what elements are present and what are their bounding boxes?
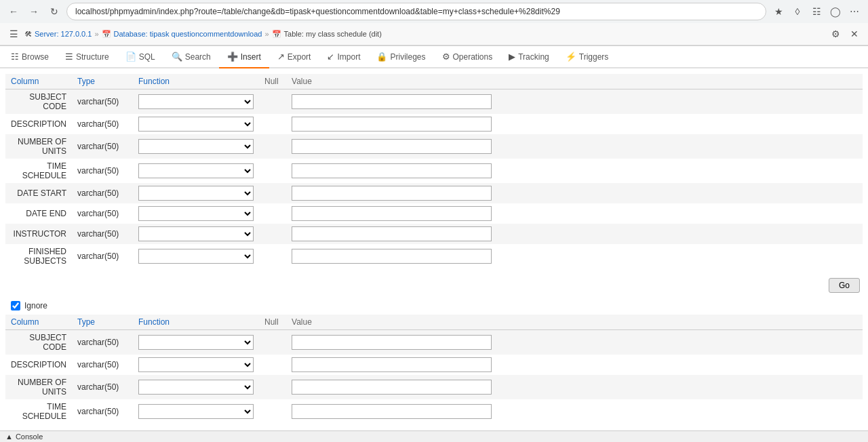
tab-import[interactable]: ↙ Import: [319, 46, 368, 68]
function-select-subject-code[interactable]: AES_DECRYPTAES_ENCRYPTBIN_TO_UUIDCHARCOM…: [138, 94, 254, 109]
function-header-link[interactable]: Function: [138, 77, 170, 86]
type-header-link[interactable]: Type: [77, 77, 95, 86]
field-value-subject-code[interactable]: [286, 89, 863, 115]
value-input-description[interactable]: [292, 117, 492, 132]
browser-toolbar: ← → ↻ ★ ◊ ☷ ◯ ⋯: [0, 0, 868, 23]
function-select-description-2[interactable]: AES_DECRYPTAES_ENCRYPTBIN_TO_UUIDCHARCOM…: [138, 357, 254, 372]
col-header-value-2: Value: [286, 315, 863, 330]
tab-export[interactable]: ↗ Export: [269, 46, 319, 68]
field-value-description-2[interactable]: [286, 355, 863, 375]
tab-tracking[interactable]: ▶ Tracking: [500, 46, 557, 68]
function-select-date-end[interactable]: AES_DECRYPTAES_ENCRYPTBIN_TO_UUIDCHARCOM…: [138, 206, 254, 221]
sidebar-toggle-icon[interactable]: ☰: [5, 26, 22, 42]
value-input-subject-code[interactable]: [292, 94, 492, 109]
tab-triggers[interactable]: ⚡ Triggers: [557, 46, 617, 68]
function-header-link-2[interactable]: Function: [138, 317, 170, 327]
col-header-function: Function: [133, 74, 259, 89]
menu-icon[interactable]: ⋯: [846, 3, 863, 20]
function-select-date-start[interactable]: AES_DECRYPTAES_ENCRYPTBIN_TO_UUIDCHARCOM…: [138, 186, 254, 201]
browse-icon: ☷: [11, 52, 19, 62]
field-value-number-of-units-2[interactable]: [286, 375, 863, 399]
column-header-link-2[interactable]: Column: [11, 317, 39, 327]
field-function-number-of-units-2[interactable]: AES_DECRYPTAES_ENCRYPTBIN_TO_UUIDCHARCOM…: [133, 375, 259, 399]
field-value-time-schedule[interactable]: [286, 159, 863, 183]
go-button-1[interactable]: Go: [829, 278, 860, 293]
col-header-null: Null: [259, 74, 286, 89]
field-function-subject-code[interactable]: AES_DECRYPTAES_ENCRYPTBIN_TO_UUIDCHARCOM…: [133, 89, 259, 115]
value-input-number-of-units[interactable]: [292, 139, 492, 154]
settings-icon[interactable]: ⚙: [827, 26, 844, 42]
go-row-1: Go: [5, 274, 863, 297]
field-function-description-2[interactable]: AES_DECRYPTAES_ENCRYPTBIN_TO_UUIDCHARCOM…: [133, 355, 259, 375]
field-function-date-end[interactable]: AES_DECRYPTAES_ENCRYPTBIN_TO_UUIDCHARCOM…: [133, 203, 259, 224]
bookmark-star-icon[interactable]: ★: [770, 3, 787, 20]
structure-icon: ☰: [65, 52, 73, 62]
field-type-time-schedule: varchar(50): [72, 159, 133, 183]
value-input-date-end[interactable]: [292, 206, 492, 221]
profile-icon[interactable]: ◯: [827, 3, 844, 20]
value-input-subject-code-2[interactable]: [292, 335, 492, 350]
value-input-time-schedule-2[interactable]: [292, 404, 492, 419]
field-function-time-schedule[interactable]: AES_DECRYPTAES_ENCRYPTBIN_TO_UUIDCHARCOM…: [133, 159, 259, 183]
function-select-number-of-units-2[interactable]: AES_DECRYPTAES_ENCRYPTBIN_TO_UUIDCHARCOM…: [138, 380, 254, 395]
field-name-number-of-units: NUMBER OF UNITS: [5, 134, 72, 159]
tab-privileges[interactable]: 🔒 Privileges: [368, 46, 433, 68]
function-select-time-schedule-2[interactable]: AES_DECRYPTAES_ENCRYPTBIN_TO_UUIDCHARCOM…: [138, 404, 254, 419]
value-input-description-2[interactable]: [292, 357, 492, 372]
function-select-finished-subjects[interactable]: AES_DECRYPTAES_ENCRYPTBIN_TO_UUIDCHARCOM…: [138, 249, 254, 264]
breadcrumb-server: 🛠 Server: 127.0.0.1: [24, 30, 92, 38]
tab-insert[interactable]: ➕ Insert: [219, 46, 269, 68]
field-function-time-schedule-2[interactable]: AES_DECRYPTAES_ENCRYPTBIN_TO_UUIDCHARCOM…: [133, 399, 259, 424]
function-select-number-of-units[interactable]: AES_DECRYPTAES_ENCRYPTBIN_TO_UUIDCHARCOM…: [138, 139, 254, 154]
function-select-subject-code-2[interactable]: AES_DECRYPTAES_ENCRYPTBIN_TO_UUIDCHARCOM…: [138, 335, 254, 350]
field-value-date-start[interactable]: [286, 183, 863, 203]
field-function-subject-code-2[interactable]: AES_DECRYPTAES_ENCRYPTBIN_TO_UUIDCHARCOM…: [133, 330, 259, 355]
function-select-instructor[interactable]: AES_DECRYPTAES_ENCRYPTBIN_TO_UUIDCHARCOM…: [138, 226, 254, 241]
field-function-instructor[interactable]: AES_DECRYPTAES_ENCRYPTBIN_TO_UUIDCHARCOM…: [133, 224, 259, 244]
extensions-icon[interactable]: ☷: [808, 3, 825, 20]
tab-search[interactable]: 🔍 Search: [163, 46, 219, 68]
field-function-description[interactable]: AES_DECRYPTAES_ENCRYPTBIN_TO_UUIDCHARCOM…: [133, 114, 259, 134]
tab-search-label: Search: [185, 52, 211, 62]
field-function-date-start[interactable]: AES_DECRYPTAES_ENCRYPTBIN_TO_UUIDCHARCOM…: [133, 183, 259, 203]
null-header-label: Null: [264, 77, 279, 86]
table-row: TIME SCHEDULEvarchar(50)AES_DECRYPTAES_E…: [5, 159, 863, 183]
field-type-finished-subjects: varchar(50): [72, 244, 133, 268]
console-toggle[interactable]: ▲ Console: [5, 433, 43, 435]
server-link[interactable]: Server: 127.0.0.1: [35, 30, 92, 38]
function-select-time-schedule[interactable]: AES_DECRYPTAES_ENCRYPTBIN_TO_UUIDCHARCOM…: [138, 163, 254, 178]
value-input-time-schedule[interactable]: [292, 163, 492, 178]
field-function-finished-subjects[interactable]: AES_DECRYPTAES_ENCRYPTBIN_TO_UUIDCHARCOM…: [133, 244, 259, 268]
field-value-date-end[interactable]: [286, 203, 863, 224]
field-null-number-of-units-2: [259, 375, 286, 399]
field-value-description[interactable]: [286, 114, 863, 134]
field-value-number-of-units[interactable]: [286, 134, 863, 159]
close-icon[interactable]: ✕: [846, 26, 863, 42]
value-input-date-start[interactable]: [292, 186, 492, 201]
value-input-number-of-units-2[interactable]: [292, 380, 492, 395]
column-header-link[interactable]: Column: [11, 77, 39, 86]
value-input-instructor[interactable]: [292, 226, 492, 241]
field-function-number-of-units[interactable]: AES_DECRYPTAES_ENCRYPTBIN_TO_UUIDCHARCOM…: [133, 134, 259, 159]
value-input-finished-subjects[interactable]: [292, 249, 492, 264]
function-select-description[interactable]: AES_DECRYPTAES_ENCRYPTBIN_TO_UUIDCHARCOM…: [138, 117, 254, 132]
type-header-link-2[interactable]: Type: [77, 317, 95, 327]
tab-operations[interactable]: ⚙ Operations: [434, 46, 501, 68]
field-value-finished-subjects[interactable]: [286, 244, 863, 268]
tab-sql[interactable]: 📄 SQL: [117, 46, 163, 68]
field-null-subject-code: [259, 89, 286, 115]
reload-button[interactable]: ↻: [46, 3, 62, 20]
tab-browse[interactable]: ☷ Browse: [3, 46, 57, 68]
forward-button[interactable]: →: [26, 3, 42, 20]
field-value-time-schedule-2[interactable]: [286, 399, 863, 424]
field-value-subject-code-2[interactable]: [286, 330, 863, 355]
back-button[interactable]: ←: [5, 3, 22, 20]
db-link[interactable]: Database: tipask questioncommentdownload: [114, 30, 262, 38]
tab-structure[interactable]: ☰ Structure: [57, 46, 117, 68]
privileges-icon: 🔒: [376, 52, 387, 62]
field-value-instructor[interactable]: [286, 224, 863, 244]
field-type-number-of-units-2: varchar(50): [72, 375, 133, 399]
bookmark-icon[interactable]: ◊: [789, 3, 806, 20]
address-bar[interactable]: [66, 3, 766, 20]
ignore-checkbox[interactable]: [11, 301, 20, 310]
